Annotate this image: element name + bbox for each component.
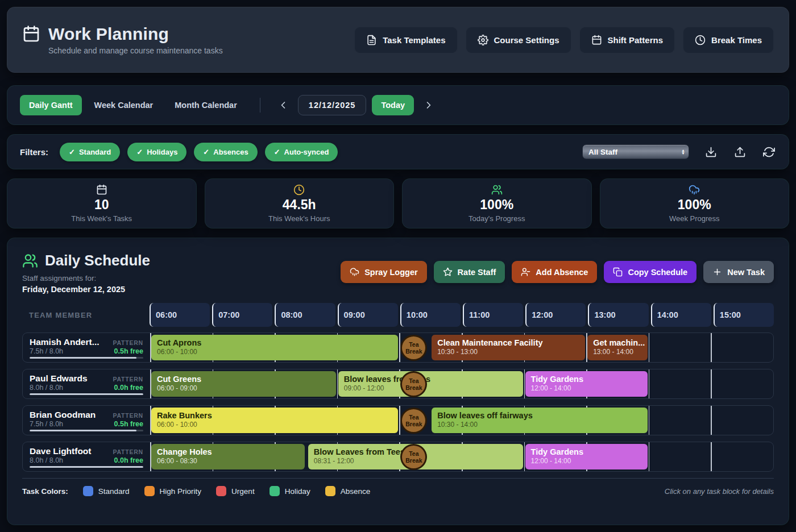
header-button-group: Task TemplatesCourse SettingsShift Patte… xyxy=(354,27,774,53)
upload-button[interactable] xyxy=(733,145,747,159)
copy-schedule-button[interactable]: Copy Schedule xyxy=(604,261,696,283)
task-block-blow-leaves-from-tees[interactable]: Blow leaves from tees09:00 - 12:00 xyxy=(338,371,523,397)
download-button[interactable] xyxy=(704,145,718,159)
daily-schedule-card: Daily Schedule Staff assignments for: Fr… xyxy=(7,238,789,525)
next-day-button[interactable] xyxy=(420,96,438,114)
task-time: 13:00 - 14:00 xyxy=(593,348,642,356)
task-block-tidy-gardens[interactable]: Tidy Gardens12:00 - 14:00 xyxy=(525,371,648,397)
button-label: New Task xyxy=(727,268,765,277)
legend-swatch xyxy=(83,486,93,496)
stat-label: This Week's Hours xyxy=(268,214,330,223)
task-templates-button[interactable]: Task Templates xyxy=(354,27,457,53)
schedule-row-hamish-andert: Hamish Andert...PATTERN7.5h / 8.0h0.5h f… xyxy=(22,332,774,363)
break-times-button[interactable]: Break Times xyxy=(683,27,774,53)
legend-swatch xyxy=(270,486,280,496)
course-settings-button[interactable]: Course Settings xyxy=(466,27,571,53)
task-block-tidy-gardens[interactable]: Tidy Gardens12:00 - 14:00 xyxy=(525,444,648,469)
member-progress-bar xyxy=(30,430,143,431)
break-label-line2: Break xyxy=(405,348,422,355)
gantt-rows: Hamish Andert...PATTERN7.5h / 8.0h0.5h f… xyxy=(22,332,774,472)
users-icon xyxy=(22,253,38,269)
tab-daily-gantt[interactable]: Daily Gantt xyxy=(20,95,82,115)
task-title: Get machin... xyxy=(593,338,642,347)
check-icon: ✓ xyxy=(136,148,143,156)
task-block-blow-leaves-off-fairways[interactable]: Blow leaves off fairways10:30 - 14:00 xyxy=(432,408,648,433)
team-member-column-label: TEAM MEMBER xyxy=(22,303,150,327)
task-title: Blow leaves off fairways xyxy=(437,411,642,420)
star-icon xyxy=(443,267,453,277)
legend-items: StandardHigh PriorityUrgentHolidayAbsenc… xyxy=(83,486,370,496)
spray-logger-button[interactable]: Spray Logger xyxy=(341,261,426,283)
tab-week-calendar[interactable]: Week Calendar xyxy=(85,95,163,115)
rate-staff-button[interactable]: Rate Staff xyxy=(434,261,505,283)
member-name: Hamish Andert... xyxy=(30,337,100,347)
stat-value: 10 xyxy=(94,197,109,213)
schedule-actions: Spray LoggerRate StaffAdd AbsenceCopy Sc… xyxy=(341,261,774,283)
staff-select[interactable]: All Staff ▲▼ xyxy=(582,144,689,159)
task-time: 06:00 - 10:00 xyxy=(157,348,392,356)
break-label-line2: Break xyxy=(405,384,422,391)
task-block-cut-aprons[interactable]: Cut Aprons06:00 - 10:00 xyxy=(151,335,398,360)
filters-bar: Filters: ✓Standard✓Holidays✓Absences✓Aut… xyxy=(7,134,789,169)
pill-label: Holidays xyxy=(147,148,177,156)
member-progress-bar xyxy=(30,393,143,395)
file-text-icon xyxy=(366,35,377,45)
users-icon xyxy=(491,184,503,196)
tea-break-badge[interactable]: TeaBreak xyxy=(400,444,427,470)
legend-item-label: High Priority xyxy=(160,487,202,496)
gear-icon xyxy=(478,35,488,45)
hour-gridline xyxy=(711,369,712,398)
stat-label: Today's Progress xyxy=(469,214,525,223)
legend-hint: Click on any task block for details xyxy=(665,487,774,496)
filters-label: Filters: xyxy=(20,147,48,157)
plus-icon xyxy=(712,267,722,277)
task-time: 12:00 - 14:00 xyxy=(531,384,642,392)
member-progress-bar xyxy=(30,357,143,359)
schedule-header: Daily Schedule Staff assignments for: Fr… xyxy=(22,252,774,294)
calendar-icon xyxy=(591,35,602,45)
gantt-header: TEAM MEMBER 06:0007:0008:0009:0010:0011:… xyxy=(22,303,774,327)
task-block-clean-maintenance-facility[interactable]: Clean Maintenance Facility10:30 - 13:00 xyxy=(432,335,585,360)
member-panel: Hamish Andert...PATTERN7.5h / 8.0h0.5h f… xyxy=(23,333,150,362)
task-block-cut-greens[interactable]: Cut Greens06:00 - 09:00 xyxy=(151,371,336,397)
member-pattern-label: PATTERN xyxy=(113,376,143,383)
tab-month-calendar[interactable]: Month Calendar xyxy=(165,95,246,115)
legend-item-standard: Standard xyxy=(83,486,130,496)
add-absence-button[interactable]: Add Absence xyxy=(512,261,597,283)
filter-pill-absences[interactable]: ✓Absences xyxy=(194,143,257,161)
prev-day-button[interactable] xyxy=(274,96,292,114)
pill-label: Standard xyxy=(79,148,111,156)
task-time: 06:00 - 10:00 xyxy=(157,421,392,429)
staff-select-value: All Staff xyxy=(588,148,617,156)
stat-label: Week Progress xyxy=(669,214,720,223)
task-title: Change Holes xyxy=(157,447,299,456)
row-timeline: Change Holes06:00 - 08:30Blow Leaves fro… xyxy=(150,442,773,471)
filter-pill-holidays[interactable]: ✓Holidays xyxy=(127,143,186,161)
member-hours: 7.5h / 8.0h xyxy=(30,347,63,355)
legend-item-absence: Absence xyxy=(325,486,371,496)
stat-label: This Week's Tasks xyxy=(71,214,132,223)
legend-item-high-priority: High Priority xyxy=(144,486,202,496)
hour-header-1100: 11:00 xyxy=(463,303,523,327)
stat-card-week-progress: 100%Week Progress xyxy=(600,178,790,228)
legend-item-label: Urgent xyxy=(231,487,255,496)
date-input[interactable]: 12/12/2025 xyxy=(298,95,367,115)
button-label: Spray Logger xyxy=(364,268,417,277)
filter-pill-auto-synced[interactable]: ✓Auto-synced xyxy=(265,143,338,161)
shift-patterns-button[interactable]: Shift Patterns xyxy=(579,27,675,53)
filter-pill-standard[interactable]: ✓Standard xyxy=(60,143,120,161)
new-task-button[interactable]: New Task xyxy=(703,261,774,283)
member-pattern-label: PATTERN xyxy=(113,339,143,346)
tea-break-badge[interactable]: TeaBreak xyxy=(400,335,427,361)
task-block-change-holes[interactable]: Change Holes06:00 - 08:30 xyxy=(151,444,305,469)
task-block-rake-bunkers[interactable]: Rake Bunkers06:00 - 10:00 xyxy=(151,408,398,433)
refresh-icon xyxy=(763,146,775,158)
today-button[interactable]: Today xyxy=(372,95,414,115)
member-panel: Paul EdwardsPATTERN8.0h / 8.0h0.0h free xyxy=(23,369,150,398)
tea-break-badge[interactable]: TeaBreak xyxy=(400,408,427,434)
page-title: Work Planning xyxy=(48,24,169,44)
task-block-get-machin[interactable]: Get machin...13:00 - 14:00 xyxy=(587,335,648,360)
refresh-button[interactable] xyxy=(762,145,776,159)
member-free-hours: 0.5h free xyxy=(114,420,143,428)
tea-break-badge[interactable]: TeaBreak xyxy=(400,371,427,397)
